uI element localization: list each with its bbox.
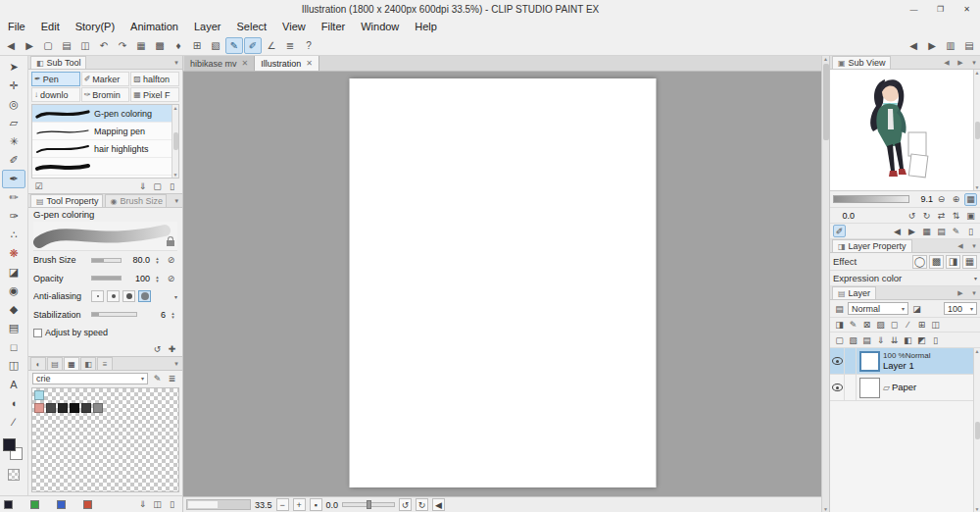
two-pane-icon[interactable]: ◫: [929, 319, 942, 332]
auto-eyedropper-icon[interactable]: ✐: [833, 225, 846, 237]
delete-subtool-icon[interactable]: ▯: [166, 179, 178, 192]
brush-size-value[interactable]: 80.0: [124, 255, 150, 265]
clip-to-layer-below-icon[interactable]: ◨: [833, 319, 846, 332]
create-subtool-icon[interactable]: ▢: [151, 179, 164, 192]
maximize-button[interactable]: ❐: [927, 1, 954, 17]
close-tab-icon[interactable]: ✕: [242, 59, 249, 68]
tab-sub-view[interactable]: ▣ Sub View: [832, 56, 891, 69]
subtool-item-mapping-pen[interactable]: Mapping pen: [32, 123, 178, 140]
fit-subview-icon[interactable]: ▦: [964, 193, 977, 206]
canvas-viewport[interactable]: [183, 72, 821, 496]
measure-icon[interactable]: ≣: [281, 37, 299, 54]
tab-layer[interactable]: ▤ Layer: [832, 286, 876, 299]
transparent-color-swatch[interactable]: [8, 469, 20, 481]
subtool-group-halftone[interactable]: ▨halfton: [130, 72, 179, 86]
balloon-tool[interactable]: ◖: [2, 393, 25, 412]
expression-color-dropdown-icon[interactable]: ▾: [974, 275, 977, 282]
panel-menu-chevron-icon[interactable]: ▾: [171, 195, 182, 207]
scroll-right-icon[interactable]: ▶: [21, 37, 38, 54]
canvas-horizontal-scrollbar[interactable]: [186, 499, 251, 510]
edit-image-icon[interactable]: ✎: [950, 225, 962, 237]
subtool-group-marker[interactable]: ✐Marker: [81, 72, 130, 86]
figure-tool[interactable]: □: [2, 337, 25, 356]
layer-thumbnail[interactable]: [859, 351, 880, 372]
next-image-icon[interactable]: ▶: [906, 225, 918, 237]
create-mask-icon[interactable]: ◧: [902, 333, 914, 346]
rotate-left-button[interactable]: ↺: [399, 498, 412, 511]
color-set-tab[interactable]: ▦: [64, 357, 79, 370]
panel-menu-chevron-icon[interactable]: ▾: [968, 240, 980, 252]
open-folder-icon[interactable]: ▤: [935, 225, 948, 237]
color-swatch[interactable]: [34, 390, 44, 400]
crop-icon[interactable]: ▧: [207, 37, 224, 54]
layer-mini-icon[interactable]: ◪: [910, 302, 923, 315]
subtool-item-partial[interactable]: [32, 158, 178, 176]
swatch-blue-chip[interactable]: [57, 500, 66, 509]
save-icon[interactable]: ◫: [76, 37, 94, 54]
panel-menu-chevron-icon[interactable]: ▾: [968, 57, 980, 69]
palette-color-icon[interactable]: ▤: [833, 302, 846, 315]
zoom-out-icon[interactable]: ⊖: [935, 193, 948, 206]
menu-view[interactable]: View: [274, 18, 314, 35]
chevron-right-icon[interactable]: ▶: [955, 57, 966, 69]
zoom-out-button[interactable]: −: [276, 498, 289, 511]
grid-icon[interactable]: ⊞: [188, 37, 206, 54]
menu-edit[interactable]: Edit: [33, 18, 68, 35]
zoom-in-icon[interactable]: ⊕: [950, 193, 962, 206]
prev-image-icon[interactable]: ◀: [891, 225, 904, 237]
menu-select[interactable]: Select: [229, 18, 275, 35]
invert-selection-icon[interactable]: ▩: [151, 37, 169, 54]
snap-ruler-icon[interactable]: ✎: [225, 37, 243, 54]
tab-hibikase-mv[interactable]: hibikase mv ✕: [184, 56, 255, 71]
layer-opacity-dropdown[interactable]: 100 ▾: [944, 302, 977, 315]
clear-image-icon[interactable]: ▯: [964, 225, 977, 237]
subtool-list-scrollbar[interactable]: ▲ ▼: [172, 105, 178, 178]
color-slider-tab[interactable]: ▤: [47, 357, 63, 370]
airbrush-tool[interactable]: ∴: [2, 226, 25, 244]
workspace-icon[interactable]: ▥: [942, 37, 959, 54]
chevron-right-icon[interactable]: ▶: [955, 287, 966, 299]
fill-icon[interactable]: ♦: [170, 37, 187, 54]
hide-panels-icon[interactable]: ▤: [960, 37, 978, 54]
sub-view-scrollbar[interactable]: ▲ ▼: [973, 70, 980, 190]
scroll-down-icon[interactable]: ▼: [975, 506, 980, 512]
link-canvas-icon[interactable]: ⊞: [915, 319, 928, 332]
tab-brush-size[interactable]: ◉ Brush Size: [105, 194, 168, 207]
scroll-down-icon[interactable]: ▼: [173, 172, 178, 178]
subtool-group-download[interactable]: ↓downlo: [31, 87, 80, 102]
reset-settings-icon[interactable]: ↺: [151, 342, 164, 355]
menu-help[interactable]: Help: [407, 18, 445, 35]
stabilization-value[interactable]: 6: [140, 310, 166, 320]
correct-line-tool[interactable]: ∕: [2, 412, 25, 431]
color-swatch[interactable]: [70, 403, 79, 413]
scroll-thumb[interactable]: [188, 501, 218, 508]
opacity-slider[interactable]: [91, 276, 122, 281]
text-tool[interactable]: A: [2, 375, 25, 393]
sub-view-image-area[interactable]: ▲ ▼: [830, 70, 980, 191]
menu-window[interactable]: Window: [353, 18, 407, 35]
color-swatch-grid[interactable]: [31, 387, 179, 492]
menu-file[interactable]: File: [0, 18, 33, 35]
save-palette-icon[interactable]: ◫: [151, 498, 164, 511]
layer-list-scrollbar[interactable]: ▲ ▼: [973, 348, 980, 512]
tab-tool-property[interactable]: ▤ Tool Property: [30, 194, 103, 207]
minimize-button[interactable]: —: [901, 1, 927, 17]
selection-tool[interactable]: ▱: [2, 114, 25, 132]
lock-transparent-pixels-icon[interactable]: ▨: [874, 319, 887, 332]
fit-to-screen-button[interactable]: ▪: [310, 498, 322, 511]
panel-scroll-left-icon[interactable]: ◀: [905, 37, 922, 54]
subtool-item-gpen-coloring[interactable]: G-pen coloring: [32, 105, 178, 123]
set-ruler-icon[interactable]: ∕: [902, 319, 914, 332]
canvas-vertical-scrollbar[interactable]: ▲ ▼: [821, 56, 829, 512]
subtool-group-pen[interactable]: ✒Pen: [31, 72, 80, 86]
tab-layer-property[interactable]: ◨ Layer Property: [832, 239, 912, 252]
reset-rotation-icon[interactable]: ▣: [964, 209, 977, 222]
subtool-group-pixel[interactable]: ▦Pixel F: [130, 87, 179, 102]
scroll-left-icon[interactable]: ◀: [2, 37, 20, 54]
rotation-slider[interactable]: [342, 502, 395, 507]
color-swatch[interactable]: [34, 403, 44, 413]
layer-thumbnail[interactable]: [859, 378, 880, 398]
zoom-tool[interactable]: ◎: [2, 95, 25, 114]
brush-size-slider[interactable]: [91, 258, 122, 263]
subtool-item-hair-highlights[interactable]: hair highlights: [32, 140, 178, 158]
